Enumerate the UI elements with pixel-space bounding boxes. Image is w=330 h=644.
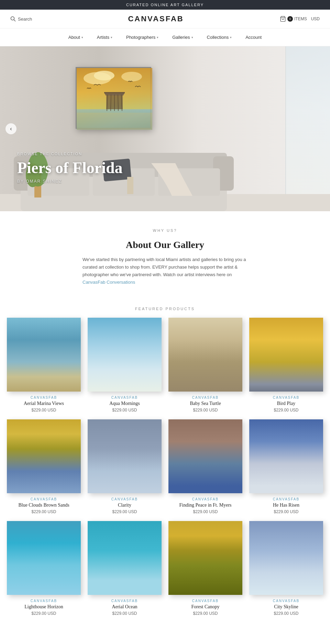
product-image	[168, 521, 242, 595]
product-name: Lighthouse Horizon	[24, 604, 63, 610]
hero-artwork	[76, 67, 151, 129]
product-name: Blue Clouds Brown Sands	[18, 502, 69, 508]
svg-line-27	[111, 94, 111, 111]
product-price: $229.00 USD	[31, 611, 56, 616]
logo-first: CANVAS	[128, 14, 165, 23]
product-brand: CANVASFAB	[111, 396, 138, 399]
header: Search CANVASFAB 0 ITEMS USD	[0, 10, 330, 29]
svg-line-29	[118, 94, 118, 111]
product-card[interactable]: CANVASFABCity Skyline$229.00 USD	[249, 521, 323, 616]
product-name: Baby Sea Turtle	[190, 401, 221, 406]
nav-collections[interactable]: Collections ▾	[200, 33, 239, 42]
product-name: Forest Canopy	[191, 604, 219, 610]
product-card[interactable]: CANVASFABHe Has Risen$229.00 USD	[249, 419, 323, 514]
product-brand: CANVASFAB	[31, 497, 57, 501]
products-grid: CANVASFABAerial Marina Views$229.00 USDC…	[0, 318, 330, 626]
product-image	[249, 521, 323, 595]
product-price: $229.00 USD	[193, 611, 218, 616]
product-card[interactable]: CANVASFABFinding Peace in Ft. Myers$229.…	[168, 419, 242, 514]
product-card[interactable]: CANVASFABBird Play$229.00 USD	[249, 318, 323, 413]
chevron-down-icon: ▾	[191, 36, 193, 39]
product-name: City Skyline	[274, 604, 298, 610]
product-price: $229.00 USD	[112, 611, 137, 616]
product-card[interactable]: CANVASFABLighthouse Horizon$229.00 USD	[7, 521, 81, 616]
why-us-label: WHY US?	[10, 228, 320, 233]
product-name: Clarity	[118, 502, 131, 508]
product-canvas-image	[88, 318, 162, 392]
product-brand: CANVASFAB	[273, 396, 299, 399]
canvasfab-conversations-link[interactable]: CanvasFab Conversations	[82, 280, 135, 285]
product-brand: CANVASFAB	[111, 599, 138, 603]
chevron-down-icon: ▾	[157, 36, 158, 39]
search-label: Search	[18, 16, 32, 22]
product-price: $229.00 USD	[193, 408, 218, 413]
product-name: Aqua Mornings	[109, 401, 140, 406]
top-banner: CURATED ONLINE ART GALLERY	[0, 0, 330, 10]
nav-photographers[interactable]: Photographers ▾	[119, 33, 165, 42]
site-logo[interactable]: CANVASFAB	[128, 14, 184, 23]
logo-second: FAB	[166, 14, 184, 23]
nav-galleries[interactable]: Galleries ▾	[165, 33, 200, 42]
product-card[interactable]: CANVASFABAerial Marina Views$229.00 USD	[7, 318, 81, 413]
nav-about[interactable]: About ▾	[62, 33, 90, 42]
product-card[interactable]: CANVASFABAqua Mornings$229.00 USD	[88, 318, 162, 413]
product-brand: CANVASFAB	[31, 396, 57, 399]
product-canvas-image	[168, 419, 242, 493]
product-image	[88, 419, 162, 493]
product-price: $229.00 USD	[31, 408, 56, 413]
product-name: Finding Peace in Ft. Myers	[179, 502, 231, 508]
product-name: Aerial Marina Views	[24, 401, 64, 406]
product-brand: CANVASFAB	[192, 497, 219, 501]
product-image	[7, 419, 81, 493]
product-image	[249, 419, 323, 493]
svg-rect-22	[104, 92, 125, 93]
cart-button[interactable]: 0 ITEMS	[280, 16, 307, 22]
svg-point-18	[94, 71, 114, 80]
product-image	[249, 318, 323, 392]
product-price: $229.00 USD	[274, 408, 298, 413]
product-card[interactable]: CANVASFABBlue Clouds Brown Sands$229.00 …	[7, 419, 81, 514]
hero-banner: ‹ BROWSE THE COLLECTION Piers of Florida…	[0, 46, 330, 211]
product-card[interactable]: CANVASFABBaby Sea Turtle$229.00 USD	[168, 318, 242, 413]
product-card[interactable]: CANVASFABAerial Ocean$229.00 USD	[88, 521, 162, 616]
main-nav: About ▾ Artists ▾ Photographers ▾ Galler…	[0, 29, 330, 46]
header-right: 0 ITEMS USD	[280, 16, 320, 22]
product-canvas-image	[7, 521, 81, 595]
product-name: Aerial Ocean	[112, 604, 137, 610]
product-image	[88, 521, 162, 595]
product-image	[7, 521, 81, 595]
search-button[interactable]: Search	[10, 16, 32, 22]
currency-selector[interactable]: USD	[311, 16, 320, 21]
svg-rect-21	[77, 113, 152, 130]
product-card[interactable]: CANVASFABClarity$229.00 USD	[88, 419, 162, 514]
chevron-down-icon: ▾	[111, 36, 112, 39]
items-label: ITEMS	[294, 16, 307, 21]
product-brand: CANVASFAB	[192, 599, 219, 603]
product-card[interactable]: CANVASFABForest Canopy$229.00 USD	[168, 521, 242, 616]
hero-browse-label: BROWSE THE COLLECTION	[17, 152, 123, 156]
svg-point-0	[11, 17, 14, 20]
chevron-down-icon: ▾	[230, 36, 232, 39]
product-canvas-image	[249, 521, 323, 595]
product-name: Bird Play	[277, 401, 295, 406]
product-image	[7, 318, 81, 392]
svg-point-19	[121, 72, 142, 81]
nav-account[interactable]: Account	[239, 33, 268, 42]
product-image	[168, 318, 242, 392]
why-us-section: WHY US? About Our Gallery We've started …	[0, 211, 330, 293]
hero-collection-title: Piers of Florida	[17, 159, 123, 177]
cart-icon	[280, 16, 286, 22]
product-brand: CANVASFAB	[273, 599, 299, 603]
hero-prev-button[interactable]: ‹	[6, 123, 16, 134]
product-brand: CANVASFAB	[273, 497, 299, 501]
product-canvas-image	[88, 419, 162, 493]
nav-artists[interactable]: Artists ▾	[90, 33, 119, 42]
svg-rect-23	[105, 93, 124, 94]
about-text: We've started this by partnering with lo…	[82, 256, 248, 286]
svg-line-1	[14, 20, 16, 22]
product-price: $229.00 USD	[112, 408, 137, 413]
product-price: $229.00 USD	[31, 509, 56, 514]
hero-author-label: BY OMAR SHINEZ	[17, 179, 123, 184]
product-image	[168, 419, 242, 493]
product-canvas-image	[168, 521, 242, 595]
